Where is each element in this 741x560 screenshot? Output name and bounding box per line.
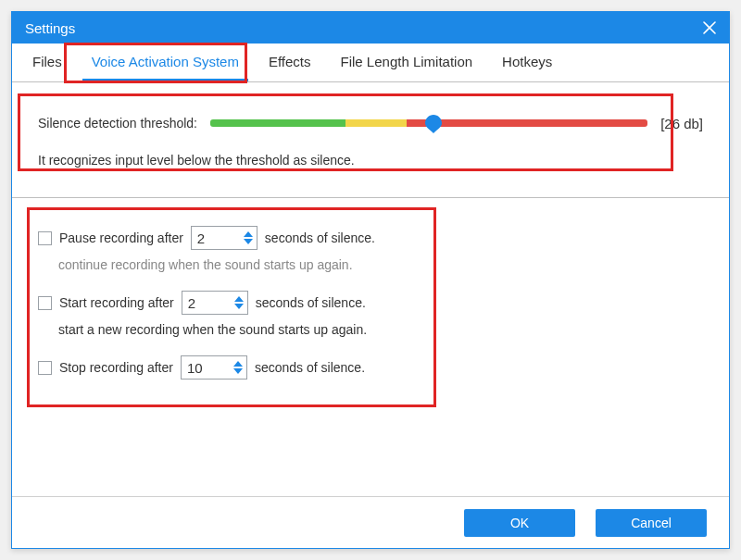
start-label-before: Start recording after [59,295,174,310]
pause-checkbox[interactable] [38,231,52,245]
pause-seconds-value: 2 [192,230,240,246]
start-seconds-value: 2 [182,295,231,311]
slider-thumb-icon[interactable] [425,115,442,133]
pause-label-after: seconds of silence. [265,230,375,245]
tab-hotkeys[interactable]: Hotkeys [493,44,561,81]
stop-row: Stop recording after 10 seconds of silen… [38,355,703,380]
window-title: Settings [25,20,75,36]
stop-checkbox[interactable] [38,361,52,375]
tab-files[interactable]: Files [23,44,71,81]
silence-threshold-value: [26 db] [660,116,703,131]
stepper-down-icon[interactable] [244,239,253,244]
settings-window: Settings Files Voice Activation System E… [11,11,730,549]
silence-threshold-help: It recognizes input level below the thre… [38,153,703,168]
silence-threshold-label: Silence detection threshold: [38,116,197,131]
start-label-after: seconds of silence. [256,295,366,310]
close-icon[interactable] [703,21,716,34]
stop-label-before: Stop recording after [59,360,173,375]
stop-seconds-stepper[interactable]: 10 [181,355,247,380]
stepper-up-icon[interactable] [233,361,243,367]
stepper-up-icon[interactable] [234,296,244,302]
start-checkbox[interactable] [38,296,52,310]
options-section: Pause recording after 2 seconds of silen… [38,220,703,380]
stepper-down-icon[interactable] [234,304,244,309]
start-seconds-stepper[interactable]: 2 [182,291,248,315]
tab-bar: Files Voice Activation System Effects Fi… [12,44,729,82]
start-help: start a new recording when the sound sta… [58,322,703,337]
button-bar: OK Cancel [12,496,729,548]
stepper-down-icon[interactable] [233,368,243,374]
stop-label-after: seconds of silence. [255,360,365,375]
titlebar: Settings [12,12,729,44]
settings-body: Silence detection threshold: [26 db] It … [12,82,729,496]
pause-help: continue recording when the sound starts… [58,257,703,272]
stepper-up-icon[interactable] [244,231,253,237]
pause-label-before: Pause recording after [59,230,183,245]
silence-threshold-slider[interactable] [210,119,647,127]
cancel-button[interactable]: Cancel [596,509,707,537]
stop-seconds-value: 10 [182,360,230,376]
pause-seconds-stepper[interactable]: 2 [191,226,257,250]
divider [12,197,729,198]
pause-row: Pause recording after 2 seconds of silen… [38,226,703,250]
tab-voice-activation-system[interactable]: Voice Activation System [82,44,248,81]
tab-effects[interactable]: Effects [259,44,320,81]
ok-button[interactable]: OK [464,509,575,537]
silence-threshold-row: Silence detection threshold: [26 db] [38,110,703,136]
start-row: Start recording after 2 seconds of silen… [38,291,703,315]
tab-file-length-limitation[interactable]: File Length Limitation [332,44,483,81]
